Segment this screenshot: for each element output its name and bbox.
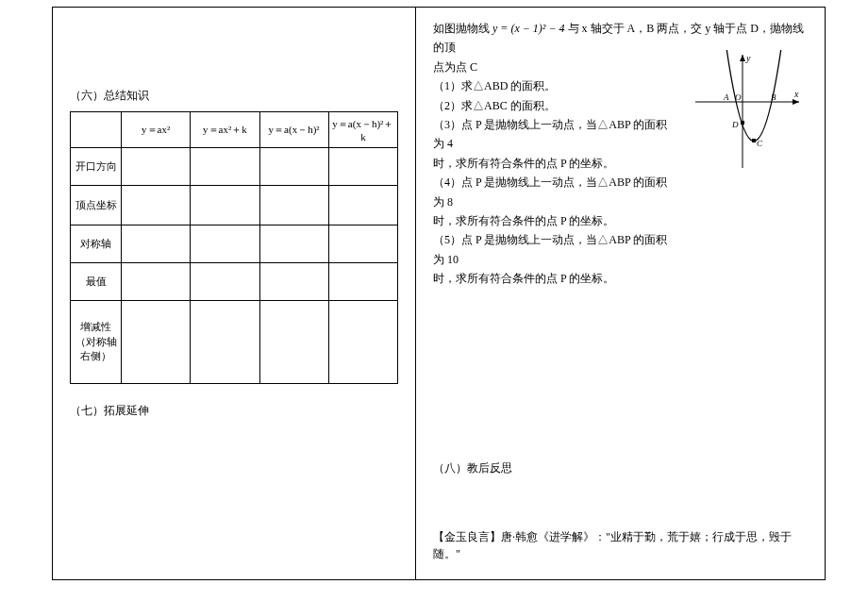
axis-label-x: x [793,89,799,99]
page-frame: （六）总结知识 y＝ax² y＝ax²＋k y＝a(x－h)² y＝a(x－h)… [52,7,826,580]
right-column: 如图抛物线 y = (x − 1)² − 4 与 x 轴交于 A，B 两点，交 … [416,8,825,579]
section-7-title: （七）拓展延伸 [70,403,398,419]
cell-empty [191,263,259,301]
question-3a: （3）点 P 是抛物线上一动点，当△ABP 的面积为 4 [433,115,678,154]
cell-empty [191,148,259,186]
header-col-1: y＝ax² [122,112,191,148]
parabola-svg: y x A O B D C [691,50,804,173]
row-label-4: 最值 [71,263,122,301]
cell-empty [328,186,397,225]
y-axis-arrow [740,55,745,61]
cell-empty [122,225,191,263]
point-label-b: B [771,92,776,102]
axis-label-y: y [745,53,751,63]
section-6-title: （六）总结知识 [70,88,398,104]
cell-empty [191,186,259,225]
cell-empty [328,148,397,186]
cell-empty [259,225,328,263]
question-3b: 时，求所有符合条件的点 P 的坐标。 [433,154,678,173]
intro-text-1: 如图抛物线 [433,22,490,35]
cell-empty [259,301,328,384]
cell-empty [122,148,191,186]
row-label-3: 对称轴 [71,225,122,263]
table-row: 顶点坐标 [71,186,398,225]
cell-empty [259,148,328,186]
cell-empty [122,186,191,225]
cell-empty [328,301,397,384]
table-row: 对称轴 [71,225,398,263]
section-8-title: （八）教后反思 [433,460,512,476]
row-label-2: 顶点坐标 [71,186,122,225]
point-label-o: O [735,92,742,102]
cell-empty [259,186,328,225]
golden-quote: 【金玉良言】唐·韩愈《进学解》："业精于勤，荒于嬉；行成于思，毁于随。" [433,528,808,562]
problem-questions: 点为点 C （1）求△ABD 的面积。 （2）求△ABC 的面积。 （3）点 P… [433,58,678,289]
question-1: （1）求△ABD 的面积。 [433,76,678,95]
table-row: 开口方向 [71,148,398,186]
cell-empty [122,301,191,384]
row-label-5: 增减性 （对称轴 右侧） [71,301,122,384]
header-blank [71,112,122,148]
question-2: （2）求△ABC 的面积。 [433,96,678,115]
table-row: 最值 [71,263,398,301]
cell-empty [191,225,259,263]
question-4a: （4）点 P 是抛物线上一动点，当△ABP 的面积为 8 [433,173,678,211]
header-col-3: y＝a(x－h)² [259,112,328,148]
x-axis-arrow [793,99,799,105]
cell-empty [328,263,397,301]
row-label-1: 开口方向 [71,148,122,186]
point-label-a: A [723,92,729,102]
left-column: （六）总结知识 y＝ax² y＝ax²＋k y＝a(x－h)² y＝a(x－h)… [53,8,416,579]
header-col-4: y＝a(x－h)²＋k [328,112,397,148]
cell-empty [328,225,397,263]
point-label-c: C [757,139,763,148]
question-5b: 时，求所有符合条件的点 P 的坐标。 [433,269,678,288]
point-c-marker [752,139,756,142]
parabola-diagram: y x A O B D C [691,50,804,173]
intro-formula: y = (x − 1)² − 4 [492,22,565,35]
cell-empty [259,263,328,301]
cell-empty [191,301,259,384]
intro-line-3: 点为点 C [433,58,678,76]
point-d-marker [741,121,744,125]
table-row: 增减性 （对称轴 右侧） [71,301,398,384]
header-col-2: y＝ax²＋k [191,112,259,148]
question-5a: （5）点 P 是抛物线上一动点，当△ABP 的面积为 10 [433,230,678,269]
summary-table: y＝ax² y＝ax²＋k y＝a(x－h)² y＝a(x－h)²＋k 开口方向… [70,111,398,384]
table-header-row: y＝ax² y＝ax²＋k y＝a(x－h)² y＝a(x－h)²＋k [71,112,398,148]
point-label-d: D [731,120,739,129]
cell-empty [122,263,191,301]
question-4b: 时，求所有符合条件的点 P 的坐标。 [433,211,678,230]
